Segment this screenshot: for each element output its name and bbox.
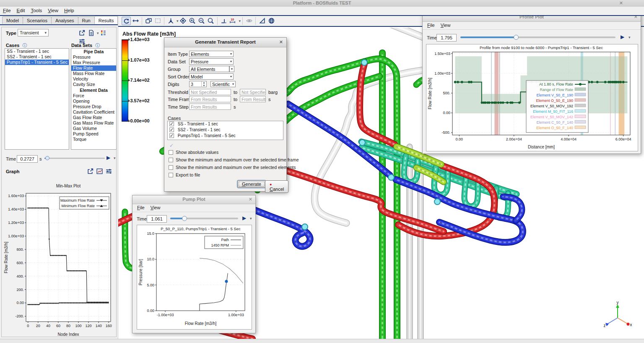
pump-time-slider[interactable] bbox=[170, 215, 238, 222]
profile-time-slider[interactable] bbox=[460, 34, 615, 41]
list-item[interactable]: Velocity bbox=[71, 76, 116, 82]
measure-icon[interactable] bbox=[257, 17, 267, 25]
pump-play-button[interactable]: ▶ bbox=[242, 215, 246, 221]
info-icon[interactable]: ⓘ bbox=[22, 43, 27, 48]
slider-handle[interactable] bbox=[182, 216, 187, 221]
pump-time-input[interactable]: 1.061 bbox=[147, 215, 167, 223]
list-item[interactable]: Cavitation Coefficient bbox=[71, 109, 116, 115]
tab-run[interactable]: Run bbox=[78, 16, 95, 24]
cases-list[interactable]: SS - Transient - 1 secSS2 - Transient - … bbox=[5, 48, 69, 150]
time-input[interactable]: 0.2727 bbox=[17, 155, 38, 163]
dimension-icon-caret[interactable]: ▾ bbox=[239, 19, 241, 23]
list-item[interactable]: PumpsTrip1 - Transient - 5 Sec bbox=[5, 60, 69, 65]
axes-icon[interactable] bbox=[166, 17, 175, 25]
list-item[interactable]: Mass Flow Rate bbox=[71, 71, 116, 76]
list-item[interactable]: SS - Transient - 1 sec bbox=[5, 49, 69, 54]
export-icon[interactable] bbox=[86, 167, 95, 176]
pump-menu-view[interactable]: View bbox=[148, 204, 164, 210]
profile-time-input[interactable]: 1.795 bbox=[436, 34, 457, 42]
dialog-case-row[interactable]: SS - Transient - 1 sec bbox=[168, 121, 283, 127]
pump-play-options-caret[interactable]: ▾ bbox=[250, 216, 252, 221]
list-item[interactable]: Cavity Size bbox=[71, 82, 116, 87]
menu-view[interactable]: View bbox=[45, 7, 61, 13]
globe-icon[interactable] bbox=[267, 17, 276, 25]
play-options-caret[interactable]: ▾ bbox=[114, 156, 116, 160]
spinner-arrows-icon[interactable]: ▲▼ bbox=[201, 81, 206, 87]
tab-scenarios[interactable]: Scenarios bbox=[23, 16, 52, 24]
checkbox[interactable] bbox=[169, 158, 173, 162]
copy-view-icon[interactable] bbox=[144, 17, 153, 25]
export-icon[interactable] bbox=[77, 29, 86, 37]
pump-window-titlebar[interactable]: Pump Plot ✕ bbox=[132, 195, 255, 204]
time-slider[interactable] bbox=[44, 155, 105, 161]
list-item[interactable]: Torque bbox=[71, 137, 116, 142]
menu-help[interactable]: Help bbox=[61, 7, 77, 13]
corner-angle-icon[interactable] bbox=[219, 17, 229, 25]
datasets-list[interactable]: Pipe DataPressureMax PressureFlow RateMa… bbox=[71, 48, 117, 150]
slider-handle[interactable] bbox=[514, 35, 519, 40]
item-type-select[interactable]: Elements▾ bbox=[189, 51, 234, 57]
tab-model[interactable]: Model bbox=[2, 16, 23, 24]
data-set-select[interactable]: Pressure▾ bbox=[189, 58, 234, 65]
dimension-icon[interactable]: 10 bbox=[229, 17, 238, 25]
tab-results[interactable]: Results bbox=[94, 16, 118, 24]
list-item[interactable]: Pressure bbox=[71, 55, 116, 60]
threshold-to-input[interactable]: Not Specified bbox=[240, 89, 266, 95]
dialog-cases-list[interactable]: SS - Transient - 1 sec SS2 - Transient -… bbox=[167, 121, 283, 140]
generate-button[interactable]: Generate bbox=[237, 180, 266, 188]
cancel-button[interactable]: ● Cancel bbox=[265, 180, 288, 193]
zoom-in-icon[interactable] bbox=[188, 17, 197, 25]
list-item[interactable]: Pressure Drop bbox=[71, 104, 116, 109]
dialog-titlebar[interactable]: Generate Transient Report ✕ bbox=[164, 38, 286, 47]
dialog-case-row[interactable]: SS2 - Transient - 1 sec bbox=[168, 127, 283, 133]
list-item[interactable]: Gas Flow Rate bbox=[71, 115, 116, 120]
group-select-caret[interactable]: ▾ bbox=[229, 66, 234, 72]
pan-icon[interactable] bbox=[131, 17, 140, 25]
profile-menu-view[interactable]: View bbox=[438, 22, 454, 28]
list-item[interactable]: Pump Speed bbox=[71, 131, 116, 137]
zoom-window-icon[interactable] bbox=[206, 17, 216, 25]
chart-icon[interactable] bbox=[95, 167, 104, 176]
list-item[interactable]: Gas Volume bbox=[71, 126, 116, 131]
list-item[interactable]: Opening bbox=[71, 99, 116, 104]
report-icon[interactable] bbox=[86, 29, 96, 37]
menu-tools[interactable]: Tools bbox=[28, 7, 45, 13]
type-select[interactable]: Transient▾ bbox=[18, 29, 49, 36]
menu-file[interactable]: File bbox=[0, 7, 14, 13]
checkbox[interactable] bbox=[169, 133, 174, 138]
list-item[interactable]: Force bbox=[71, 93, 116, 99]
checkbox[interactable] bbox=[169, 150, 173, 155]
pump-window-close-icon[interactable]: ✕ bbox=[249, 197, 252, 202]
dialog-case-row[interactable]: PumpsTrip1 - Transient - 5 Sec bbox=[168, 133, 283, 139]
zoom-out-icon[interactable] bbox=[197, 17, 206, 25]
dialog-close-icon[interactable]: ✕ bbox=[279, 39, 283, 45]
digits-spinner[interactable]: 3▲▼ bbox=[189, 81, 207, 87]
sort-order-select[interactable]: Model▾ bbox=[189, 73, 234, 80]
list-item[interactable]: Flow Rate bbox=[71, 65, 116, 71]
app-close-icon[interactable]: ✕ bbox=[619, 0, 623, 6]
settings-sliders-icon[interactable] bbox=[104, 167, 113, 176]
digits-format-select[interactable]: Scientific▾ bbox=[210, 81, 236, 87]
checkbox[interactable] bbox=[169, 173, 173, 177]
menu-edit[interactable]: Edit bbox=[14, 7, 28, 13]
info-icon[interactable]: ⓘ bbox=[95, 43, 100, 48]
list-item[interactable]: Gas Mass Flow Rate bbox=[71, 120, 116, 126]
list-item[interactable]: SS2 - Transient - 1 sec bbox=[5, 54, 69, 60]
center-view-icon[interactable] bbox=[179, 17, 188, 25]
checkbox[interactable] bbox=[169, 122, 174, 126]
time-frame-from-input[interactable]: From Results bbox=[189, 96, 231, 102]
list-item[interactable]: Max Pressure bbox=[71, 60, 116, 65]
checkbox[interactable] bbox=[169, 127, 174, 132]
colorbar-icon[interactable] bbox=[99, 29, 108, 37]
profile-play-options-caret[interactable]: ▾ bbox=[628, 35, 631, 39]
slider-handle[interactable] bbox=[45, 156, 49, 160]
time-frame-to-input[interactable]: From Results bbox=[240, 96, 266, 102]
threshold-from-input[interactable]: Not Specified bbox=[189, 89, 231, 95]
group-select[interactable]: All Elements bbox=[189, 66, 229, 72]
play-button[interactable]: ▶ bbox=[106, 155, 110, 161]
checkbox[interactable] bbox=[169, 165, 173, 170]
pump-menu-file[interactable]: File bbox=[134, 204, 148, 210]
profile-play-button[interactable]: ▶ bbox=[621, 34, 624, 40]
time-step-input[interactable]: From Results bbox=[189, 104, 231, 110]
tab-analyses[interactable]: Analyses bbox=[51, 16, 78, 24]
